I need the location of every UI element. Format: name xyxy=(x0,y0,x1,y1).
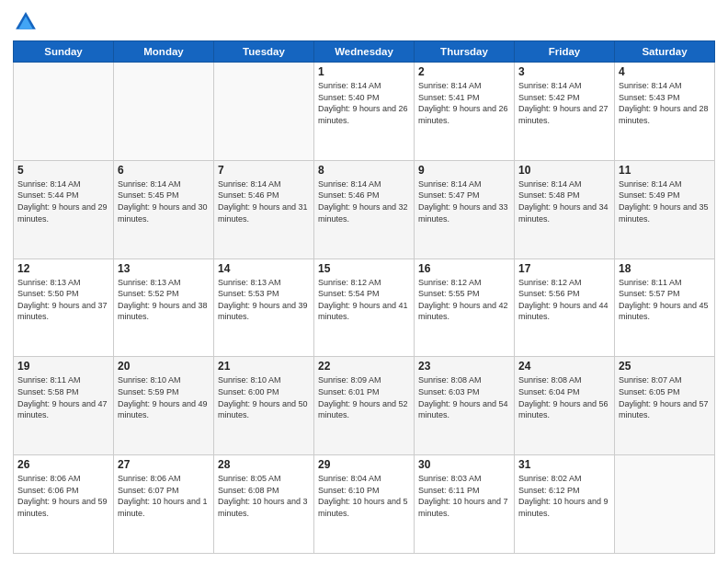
calendar-cell xyxy=(14,63,114,161)
day-info: Sunrise: 8:14 AMSunset: 5:42 PMDaylight:… xyxy=(518,80,610,126)
day-info: Sunrise: 8:12 AMSunset: 5:54 PMDaylight:… xyxy=(318,277,410,323)
day-info: Sunrise: 8:14 AMSunset: 5:41 PMDaylight:… xyxy=(418,80,510,126)
calendar-cell: 8Sunrise: 8:14 AMSunset: 5:46 PMDaylight… xyxy=(314,160,415,259)
day-number: 27 xyxy=(118,458,210,471)
day-number: 22 xyxy=(318,360,410,373)
day-info: Sunrise: 8:14 AMSunset: 5:44 PMDaylight:… xyxy=(17,178,109,224)
day-info: Sunrise: 8:05 AMSunset: 6:08 PMDaylight:… xyxy=(218,473,310,519)
day-info: Sunrise: 8:02 AMSunset: 6:12 PMDaylight:… xyxy=(518,473,610,519)
day-number: 13 xyxy=(118,262,210,275)
calendar-week-1: 1Sunrise: 8:14 AMSunset: 5:40 PMDaylight… xyxy=(14,63,715,161)
day-number: 29 xyxy=(318,458,410,471)
day-info: Sunrise: 8:10 AMSunset: 6:00 PMDaylight:… xyxy=(218,374,310,420)
day-info: Sunrise: 8:14 AMSunset: 5:48 PMDaylight:… xyxy=(518,178,610,224)
day-info: Sunrise: 8:14 AMSunset: 5:46 PMDaylight:… xyxy=(318,178,410,224)
calendar-table: SundayMondayTuesdayWednesdayThursdayFrid… xyxy=(13,40,715,554)
day-number: 26 xyxy=(17,458,109,471)
calendar-cell: 29Sunrise: 8:04 AMSunset: 6:10 PMDayligh… xyxy=(314,455,415,554)
weekday-header-saturday: Saturday xyxy=(615,41,715,63)
calendar-week-5: 26Sunrise: 8:06 AMSunset: 6:06 PMDayligh… xyxy=(14,455,715,554)
day-number: 16 xyxy=(418,262,510,275)
day-number: 12 xyxy=(17,262,109,275)
day-info: Sunrise: 8:14 AMSunset: 5:49 PMDaylight:… xyxy=(619,178,711,224)
day-info: Sunrise: 8:06 AMSunset: 6:06 PMDaylight:… xyxy=(17,473,109,519)
day-number: 18 xyxy=(619,262,711,275)
calendar-cell: 1Sunrise: 8:14 AMSunset: 5:40 PMDaylight… xyxy=(314,63,415,161)
day-info: Sunrise: 8:14 AMSunset: 5:40 PMDaylight:… xyxy=(318,80,410,126)
day-info: Sunrise: 8:07 AMSunset: 6:05 PMDaylight:… xyxy=(619,374,711,420)
calendar-week-3: 12Sunrise: 8:13 AMSunset: 5:50 PMDayligh… xyxy=(14,259,715,357)
day-info: Sunrise: 8:14 AMSunset: 5:46 PMDaylight:… xyxy=(218,178,310,224)
logo-icon xyxy=(13,9,39,35)
day-number: 7 xyxy=(218,164,310,177)
calendar-cell: 9Sunrise: 8:14 AMSunset: 5:47 PMDaylight… xyxy=(415,160,515,259)
day-number: 2 xyxy=(418,65,510,78)
calendar-cell: 16Sunrise: 8:12 AMSunset: 5:55 PMDayligh… xyxy=(415,259,515,357)
day-number: 11 xyxy=(619,164,711,177)
calendar-cell: 7Sunrise: 8:14 AMSunset: 5:46 PMDaylight… xyxy=(214,160,314,259)
calendar-cell: 21Sunrise: 8:10 AMSunset: 6:00 PMDayligh… xyxy=(214,357,314,455)
day-number: 9 xyxy=(418,164,510,177)
day-number: 19 xyxy=(17,360,109,373)
day-info: Sunrise: 8:14 AMSunset: 5:47 PMDaylight:… xyxy=(418,178,510,224)
weekday-header-row: SundayMondayTuesdayWednesdayThursdayFrid… xyxy=(14,41,715,63)
calendar-cell: 19Sunrise: 8:11 AMSunset: 5:58 PMDayligh… xyxy=(14,357,114,455)
calendar-cell: 23Sunrise: 8:08 AMSunset: 6:03 PMDayligh… xyxy=(415,357,515,455)
day-number: 25 xyxy=(619,360,711,373)
day-info: Sunrise: 8:14 AMSunset: 5:45 PMDaylight:… xyxy=(118,178,210,224)
calendar-cell xyxy=(615,455,715,554)
day-info: Sunrise: 8:12 AMSunset: 5:56 PMDaylight:… xyxy=(518,277,610,323)
calendar-cell: 17Sunrise: 8:12 AMSunset: 5:56 PMDayligh… xyxy=(515,259,615,357)
day-number: 4 xyxy=(619,65,711,78)
weekday-header-wednesday: Wednesday xyxy=(314,41,415,63)
calendar-cell: 12Sunrise: 8:13 AMSunset: 5:50 PMDayligh… xyxy=(14,259,114,357)
day-number: 14 xyxy=(218,262,310,275)
day-info: Sunrise: 8:11 AMSunset: 5:58 PMDaylight:… xyxy=(17,374,109,420)
calendar-cell: 14Sunrise: 8:13 AMSunset: 5:53 PMDayligh… xyxy=(214,259,314,357)
day-number: 20 xyxy=(118,360,210,373)
calendar-cell: 4Sunrise: 8:14 AMSunset: 5:43 PMDaylight… xyxy=(615,63,715,161)
calendar-cell: 3Sunrise: 8:14 AMSunset: 5:42 PMDaylight… xyxy=(515,63,615,161)
day-info: Sunrise: 8:10 AMSunset: 5:59 PMDaylight:… xyxy=(118,374,210,420)
page: SundayMondayTuesdayWednesdayThursdayFrid… xyxy=(0,0,728,563)
calendar-cell: 22Sunrise: 8:09 AMSunset: 6:01 PMDayligh… xyxy=(314,357,415,455)
day-number: 31 xyxy=(518,458,610,471)
day-info: Sunrise: 8:13 AMSunset: 5:50 PMDaylight:… xyxy=(17,277,109,323)
calendar-cell: 24Sunrise: 8:08 AMSunset: 6:04 PMDayligh… xyxy=(515,357,615,455)
weekday-header-tuesday: Tuesday xyxy=(214,41,314,63)
calendar-cell: 30Sunrise: 8:03 AMSunset: 6:11 PMDayligh… xyxy=(415,455,515,554)
day-number: 24 xyxy=(518,360,610,373)
day-number: 6 xyxy=(118,164,210,177)
day-info: Sunrise: 8:12 AMSunset: 5:55 PMDaylight:… xyxy=(418,277,510,323)
day-info: Sunrise: 8:09 AMSunset: 6:01 PMDaylight:… xyxy=(318,374,410,420)
calendar-cell: 6Sunrise: 8:14 AMSunset: 5:45 PMDaylight… xyxy=(114,160,214,259)
calendar-cell: 20Sunrise: 8:10 AMSunset: 5:59 PMDayligh… xyxy=(114,357,214,455)
day-number: 8 xyxy=(318,164,410,177)
day-info: Sunrise: 8:08 AMSunset: 6:03 PMDaylight:… xyxy=(418,374,510,420)
day-number: 17 xyxy=(518,262,610,275)
calendar-cell xyxy=(114,63,214,161)
day-info: Sunrise: 8:14 AMSunset: 5:43 PMDaylight:… xyxy=(619,80,711,126)
day-number: 21 xyxy=(218,360,310,373)
calendar-week-4: 19Sunrise: 8:11 AMSunset: 5:58 PMDayligh… xyxy=(14,357,715,455)
calendar-cell: 28Sunrise: 8:05 AMSunset: 6:08 PMDayligh… xyxy=(214,455,314,554)
day-info: Sunrise: 8:13 AMSunset: 5:52 PMDaylight:… xyxy=(118,277,210,323)
day-info: Sunrise: 8:03 AMSunset: 6:11 PMDaylight:… xyxy=(418,473,510,519)
day-number: 30 xyxy=(418,458,510,471)
calendar-cell: 31Sunrise: 8:02 AMSunset: 6:12 PMDayligh… xyxy=(515,455,615,554)
day-number: 5 xyxy=(17,164,109,177)
calendar-cell: 10Sunrise: 8:14 AMSunset: 5:48 PMDayligh… xyxy=(515,160,615,259)
logo xyxy=(13,9,42,35)
weekday-header-monday: Monday xyxy=(114,41,214,63)
calendar-cell: 5Sunrise: 8:14 AMSunset: 5:44 PMDaylight… xyxy=(14,160,114,259)
day-number: 3 xyxy=(518,65,610,78)
calendar-cell xyxy=(214,63,314,161)
day-number: 10 xyxy=(518,164,610,177)
calendar-cell: 25Sunrise: 8:07 AMSunset: 6:05 PMDayligh… xyxy=(615,357,715,455)
day-number: 28 xyxy=(218,458,310,471)
calendar-cell: 11Sunrise: 8:14 AMSunset: 5:49 PMDayligh… xyxy=(615,160,715,259)
calendar-cell: 26Sunrise: 8:06 AMSunset: 6:06 PMDayligh… xyxy=(14,455,114,554)
day-info: Sunrise: 8:04 AMSunset: 6:10 PMDaylight:… xyxy=(318,473,410,519)
calendar-cell: 18Sunrise: 8:11 AMSunset: 5:57 PMDayligh… xyxy=(615,259,715,357)
day-info: Sunrise: 8:11 AMSunset: 5:57 PMDaylight:… xyxy=(619,277,711,323)
